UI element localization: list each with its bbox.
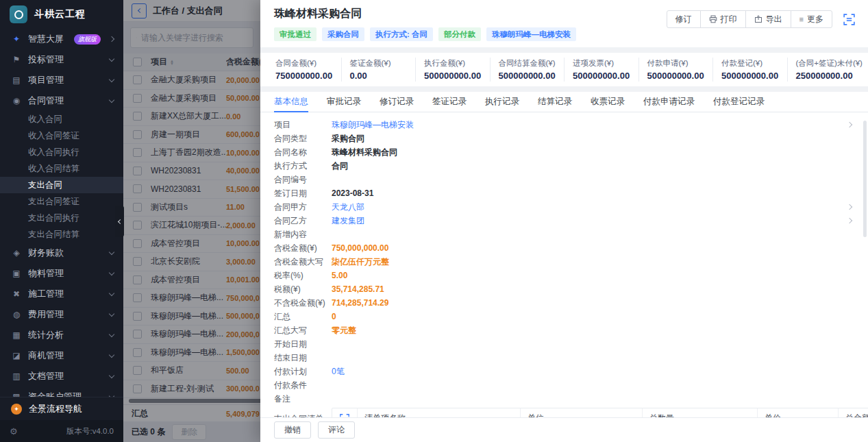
sidebar-item-material[interactable]: ▣ 物料管理 (0, 263, 123, 284)
basic-info-panel: 项目珠穆朗玛峰—电梯安装 合同类型采购合同 合同名称珠峰材料采购合同 执行方式合… (260, 112, 868, 417)
amount-summary-strip: 合同金额(¥)750000000.00 签证金额(¥)0.00 执行金额(¥)5… (260, 53, 868, 86)
sidebar-item-expense-contract-settlement[interactable]: 支出合同结算 (0, 226, 123, 243)
chevron-down-icon (109, 77, 114, 82)
summary-cell: 付款申请(¥)500000000.00 (638, 58, 713, 82)
chevron-right-icon (847, 122, 852, 127)
chevron-down-icon (109, 393, 114, 397)
field-row: 合同名称珠峰材料采购合同 (274, 145, 854, 159)
chevron-right-icon (109, 36, 114, 42)
field-row: 新增内容 (274, 228, 854, 241)
sidebar-item-label: 财务账款 (28, 247, 103, 259)
more-button[interactable]: ≡更多 (791, 10, 832, 28)
sidebar-item-document[interactable]: ▥ 文档管理 (0, 366, 123, 386)
sidebar-footer: ⚙ 版本号:v4.0.0 (0, 420, 123, 442)
party-a-link[interactable]: 天龙八部 (332, 201, 364, 213)
expense-icon: ◍ (11, 310, 22, 319)
chevron-down-icon (109, 270, 114, 275)
field-row: 汇总大写零元整 (274, 323, 854, 337)
statistics-icon: ▦ (11, 330, 22, 340)
field-row: 合同类型采购合同 (274, 132, 854, 145)
revoke-button[interactable]: 撤销 (274, 421, 311, 439)
printer-icon (709, 15, 717, 23)
field-row: 含税金额(¥)750,000,000.00 (274, 241, 854, 255)
payment-plan-link[interactable]: 0笔 (332, 366, 345, 378)
sidebar-collapse-handle[interactable] (115, 206, 124, 237)
party-b-link[interactable]: 建发集团 (332, 215, 364, 227)
field-row: 签订日期2023-08-31 (274, 186, 854, 200)
sidebar-item-label: 费用管理 (28, 308, 103, 321)
business-icon: ◪ (11, 351, 22, 360)
field-row: 税率(%)5.00 (274, 269, 854, 282)
tab-approval-records[interactable]: 审批记录 (327, 92, 361, 112)
print-button[interactable]: 打印 (700, 10, 746, 28)
sidebar-item-label: 统计分析 (28, 329, 103, 341)
sidebar-item-label: 项目管理 (28, 74, 103, 86)
field-row: 付款条件 (274, 378, 854, 392)
sidebar-item-construction[interactable]: ✖ 施工管理 (0, 284, 123, 304)
summary-cell: 执行金额(¥)500000000.00 (415, 58, 490, 82)
tab-payment-register-records[interactable]: 付款登记记录 (713, 92, 765, 112)
tab-settlement-records[interactable]: 结算记录 (538, 92, 572, 112)
sidebar-item-income-contract-visa[interactable]: 收入合同签证 (0, 127, 123, 144)
column-header-unit-price: 单价 (757, 408, 838, 417)
chevron-down-icon (109, 249, 114, 255)
sidebar-item-label: 物料管理 (28, 267, 103, 280)
chevron-down-icon (109, 97, 114, 103)
panorama-nav-item[interactable]: ✦ 全景流程导航 (0, 397, 123, 420)
tab-revision-records[interactable]: 修订记录 (380, 92, 414, 112)
sidebar-item-bidding[interactable]: ⚑ 投标管理 (0, 49, 123, 70)
sidebar-item-business[interactable]: ◪ 商机管理 (0, 345, 123, 366)
tab-execution-records[interactable]: 执行记录 (485, 92, 519, 112)
sidebar-menu: ✦ 智慧大屏 旗舰版 ⚑ 投标管理 ▤ 项目管理 ◉ 合同管理 收入合同 收入 (0, 29, 123, 397)
vertical-scrollbar[interactable] (863, 121, 867, 237)
chevron-down-icon (109, 373, 114, 378)
tab-payment-request-records[interactable]: 付款申请记录 (643, 92, 695, 112)
chevron-right-icon (847, 204, 852, 210)
tab-invoice-records[interactable]: 收票记录 (591, 92, 625, 112)
sidebar-item-income-contract-settlement[interactable]: 收入合同结算 (0, 160, 123, 177)
sidebar-item-project[interactable]: ▤ 项目管理 (0, 70, 123, 90)
contract-icon: ◉ (11, 96, 22, 106)
sidebar-item-income-contract[interactable]: 收入合同 (0, 111, 123, 127)
sidebar-item-label: 投标管理 (28, 53, 103, 66)
sidebar-item-expense[interactable]: ◍ 费用管理 (0, 304, 123, 325)
sidebar-item-statistics[interactable]: ▦ 统计分析 (0, 325, 123, 345)
sidebar-item-expense-contract-execution[interactable]: 支出合同执行 (0, 210, 123, 226)
tab-basic-info[interactable]: 基本信息 (274, 92, 308, 112)
sidebar-item-contract[interactable]: ◉ 合同管理 (0, 90, 123, 111)
payment-status-badge: 部分付款 (438, 27, 481, 41)
sidebar-item-label: 合同管理 (28, 95, 103, 107)
field-row: 合同乙方建发集团 (274, 214, 854, 228)
detail-list-header: 清单项名称 单位 总数量 单价 总金额 (332, 408, 868, 417)
project-link[interactable]: 珠穆朗玛峰—电梯安装 (332, 119, 414, 131)
sidebar-item-fund-account[interactable]: ▩ 资金账户管理 (0, 386, 123, 397)
project-icon: ▤ (11, 75, 22, 85)
gear-icon[interactable]: ⚙ (10, 426, 18, 437)
list-icon: ≡ (799, 15, 804, 23)
field-row: 税额(¥)35,714,285.71 (274, 282, 854, 296)
field-row: 含税金额大写柒亿伍仟万元整 (274, 255, 854, 269)
table-fullscreen-button[interactable] (332, 408, 357, 417)
drawer-overlay-mask[interactable] (123, 0, 260, 442)
comment-button[interactable]: 评论 (318, 421, 355, 439)
chevron-down-icon (109, 56, 114, 62)
revise-button[interactable]: 修订 (667, 10, 701, 28)
detail-tabs: 基本信息 审批记录 修订记录 签证记录 执行记录 结算记录 收票记录 付款申请记… (260, 92, 868, 112)
contract-type-badge: 采购合同 (322, 27, 364, 41)
fullscreen-icon (339, 413, 350, 418)
fullscreen-button[interactable] (841, 11, 857, 27)
fund-account-icon: ▩ (11, 392, 22, 397)
sidebar-item-expense-contract-visa[interactable]: 支出合同签证 (0, 193, 123, 210)
column-header-item-name: 清单项名称 (357, 408, 520, 417)
summary-cell: 合同金额(¥)750000000.00 (267, 58, 341, 82)
sidebar-item-expense-contract[interactable]: 支出合同 (0, 177, 123, 193)
sidebar-item-smart-screen[interactable]: ✦ 智慧大屏 旗舰版 (0, 29, 123, 49)
sidebar-item-income-contract-execution[interactable]: 收入合同执行 (0, 144, 123, 160)
chevron-right-icon (847, 218, 852, 223)
sidebar-item-finance[interactable]: ◈ 财务账款 (0, 243, 123, 263)
sidebar-item-label: 资金账户管理 (28, 391, 103, 397)
export-button[interactable]: 导出 (745, 10, 791, 28)
field-row: 不含税金额(¥)714,285,714.29 (274, 296, 854, 310)
construction-icon: ✖ (11, 289, 22, 299)
tab-visa-records[interactable]: 签证记录 (432, 92, 467, 112)
